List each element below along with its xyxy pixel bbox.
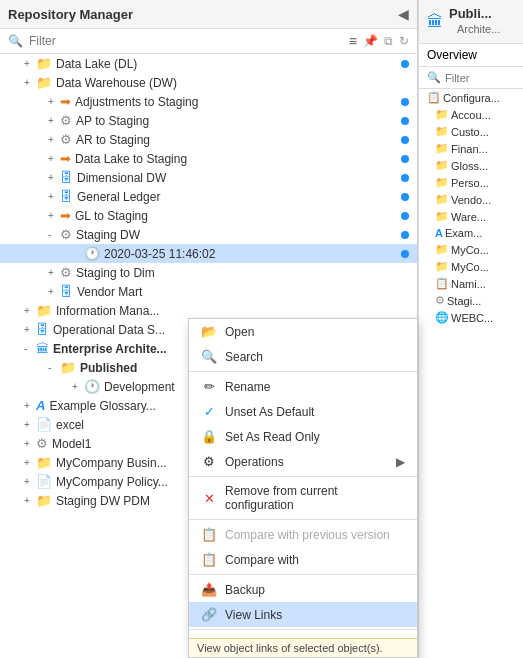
dot-indicator [401, 136, 409, 144]
item-label: Staging DW PDM [56, 494, 150, 508]
clock-icon: 🕐 [84, 246, 100, 261]
item-label: Example Glossary... [49, 399, 155, 413]
expand-icon: + [24, 305, 36, 316]
item-label: AP to Staging [76, 114, 149, 128]
folder-icon: 📁 [435, 193, 449, 206]
backup-icon: 📤 [201, 582, 217, 597]
tree-item[interactable]: + 🗄 Dimensional DW [0, 168, 417, 187]
filter-input[interactable] [29, 34, 343, 48]
mapping-icon: ➡ [60, 94, 71, 109]
folder-icon: 📁 [36, 455, 52, 470]
list-item[interactable]: 📁 MyCo... [419, 258, 523, 275]
right-filter: 🔍 [419, 67, 523, 89]
check-icon: ✓ [201, 404, 217, 419]
viewlinks-icon: 🔗 [201, 607, 217, 622]
tree-item[interactable]: + ➡ GL to Staging [0, 206, 417, 225]
context-menu-setreadonly[interactable]: 🔒 Set As Read Only [189, 424, 417, 449]
folder-icon: 📁 [36, 303, 52, 318]
tree-item[interactable]: + ➡ Adjustments to Staging [0, 92, 417, 111]
item-label: Configura... [443, 92, 500, 104]
item-label: Nami... [451, 278, 486, 290]
tree-item[interactable]: + 🗄 Vendor Mart [0, 282, 417, 301]
item-label: General Ledger [77, 190, 160, 204]
expand-icon: - [24, 343, 36, 354]
filter-search-icon: 🔍 [8, 34, 23, 48]
expand-icon: + [48, 96, 60, 107]
dot-indicator [401, 98, 409, 106]
list-item[interactable]: 📁 Gloss... [419, 157, 523, 174]
item-label: Published [80, 361, 137, 375]
context-menu-open[interactable]: 📂 Open [189, 319, 417, 344]
left-panel: Repository Manager ◀ 🔍 ≡ 📌 ⧉ ↻ + 📁 Data … [0, 0, 418, 658]
context-menu-unsetdefault[interactable]: ✓ Unset As Default [189, 399, 417, 424]
item-label: Custo... [451, 126, 489, 138]
tree-item[interactable]: + 📁 Data Lake (DL) [0, 54, 417, 73]
unsetdefault-label: Unset As Default [225, 405, 314, 419]
list-item[interactable]: 📁 Custo... [419, 123, 523, 140]
tree-item[interactable]: + ⚙ AP to Staging [0, 111, 417, 130]
filter-icons: ≡ 📌 ⧉ ↻ [349, 33, 409, 49]
list-item[interactable]: 📁 MyCo... [419, 241, 523, 258]
dot-indicator [401, 193, 409, 201]
tree-item-version[interactable]: 🕐 2020-03-25 11:46:02 [0, 244, 417, 263]
context-menu-backup[interactable]: 📤 Backup [189, 577, 417, 602]
pin-icon[interactable]: 📌 [363, 34, 378, 48]
remove-icon: ✕ [201, 491, 217, 506]
compare-icon: 📋 [201, 552, 217, 567]
open-label: Open [225, 325, 254, 339]
tree-item[interactable]: + 📁 Data Warehouse (DW) [0, 73, 417, 92]
expand-icon: + [24, 457, 36, 468]
expand-icon: + [48, 134, 60, 145]
gear-icon: ⚙ [60, 227, 72, 242]
right-header-titles: Publi... Archite... [449, 6, 508, 37]
menu-icon[interactable]: ≡ [349, 33, 357, 49]
backup-label: Backup [225, 583, 265, 597]
item-label: WEBC... [451, 312, 493, 324]
expand-icon: + [48, 210, 60, 221]
list-item[interactable]: ⚙ Stagi... [419, 292, 523, 309]
context-menu-rename[interactable]: ✏ Rename [189, 374, 417, 399]
item-label: excel [56, 418, 84, 432]
list-item[interactable]: 📁 Perso... [419, 174, 523, 191]
folder-icon: 📁 [435, 260, 449, 273]
right-filter-input[interactable] [445, 72, 515, 84]
mapping-icon: ➡ [60, 151, 71, 166]
folder-icon: 📁 [435, 210, 449, 223]
list-item[interactable]: 📋 Nami... [419, 275, 523, 292]
list-item[interactable]: 📋 Configura... [419, 89, 523, 106]
list-item[interactable]: 📁 Vendo... [419, 191, 523, 208]
gear-icon: ⚙ [60, 113, 72, 128]
list-item[interactable]: 📁 Finan... [419, 140, 523, 157]
list-item[interactable]: 📁 Accou... [419, 106, 523, 123]
collapse-icon[interactable]: ◀ [398, 6, 409, 22]
right-header: 🏛 Publi... Archite... [419, 0, 523, 44]
tree-item[interactable]: - ⚙ Staging DW [0, 225, 417, 244]
expand-icon: + [48, 115, 60, 126]
newtab-icon[interactable]: ⧉ [384, 34, 393, 48]
tree-item[interactable]: + ⚙ Staging to Dim [0, 263, 417, 282]
list-item[interactable]: 📁 Ware... [419, 208, 523, 225]
list-item[interactable]: 🌐 WEBC... [419, 309, 523, 326]
list-item[interactable]: A Exam... [419, 225, 523, 241]
refresh-icon[interactable]: ↻ [399, 34, 409, 48]
item-label: Operational Data S... [53, 323, 165, 337]
expand-icon: + [24, 324, 36, 335]
context-menu-comparewith[interactable]: 📋 Compare with [189, 547, 417, 572]
removecfg-label: Remove from current configuration [225, 484, 405, 512]
expand-icon: + [48, 267, 60, 278]
search-label: Search [225, 350, 263, 364]
item-label: Gloss... [451, 160, 488, 172]
context-menu-operations[interactable]: ⚙ Operations ▶ [189, 449, 417, 474]
context-menu-search[interactable]: 🔍 Search [189, 344, 417, 369]
context-menu-tooltip: View object links of selected object(s). [189, 638, 417, 657]
tooltip-text: View object links of selected object(s). [197, 642, 383, 654]
folder-icon: 📁 [36, 493, 52, 508]
context-menu-compareprev: 📋 Compare with previous version [189, 522, 417, 547]
gear-icon: ⚙ [435, 294, 445, 307]
tree-item[interactable]: + ⚙ AR to Staging [0, 130, 417, 149]
context-menu-removecfg[interactable]: ✕ Remove from current configuration [189, 479, 417, 517]
tree-item[interactable]: + 🗄 General Ledger [0, 187, 417, 206]
overview-tab[interactable]: Overview [419, 44, 523, 67]
tree-item[interactable]: + ➡ Data Lake to Staging [0, 149, 417, 168]
context-menu-viewlinks[interactable]: 🔗 View Links [189, 602, 417, 627]
